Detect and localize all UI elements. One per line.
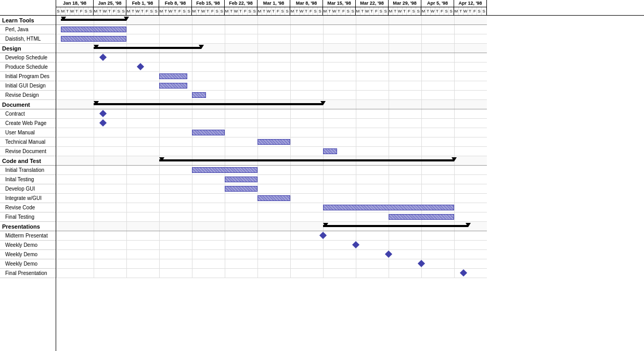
day-label: S [482, 7, 486, 15]
vertical-grid-line [94, 184, 94, 193]
vertical-grid-line [323, 128, 324, 137]
vertical-grid-line [192, 128, 192, 137]
vertical-grid-line [389, 259, 389, 268]
vertical-grid-line [323, 44, 324, 53]
vertical-grid-line [389, 203, 389, 212]
vertical-grid-line [225, 100, 225, 109]
vertical-grid-line [126, 156, 127, 165]
chart-row [56, 34, 487, 44]
vertical-grid-line [94, 100, 94, 109]
day-label: W [332, 7, 337, 15]
vertical-grid-line [356, 212, 356, 221]
vertical-grid-line [225, 81, 225, 90]
vertical-grid-line [454, 16, 455, 24]
vertical-grid-line [257, 137, 258, 146]
chart-row [56, 72, 487, 81]
vertical-grid-line [290, 81, 291, 90]
vertical-grid-line [126, 147, 127, 156]
vertical-grid-line [389, 241, 389, 249]
vertical-grid-line [225, 269, 225, 278]
vertical-grid-line [389, 44, 389, 53]
day-label: W [103, 7, 108, 15]
vertical-grid-line [225, 250, 225, 259]
vertical-grid-line [94, 212, 94, 221]
vertical-grid-line [257, 259, 258, 268]
vertical-grid-line [192, 34, 192, 43]
day-label: T [164, 7, 169, 15]
vertical-grid-line [192, 231, 192, 240]
vertical-grid-line [290, 72, 291, 81]
week-label: Mar 8, '98 [290, 0, 323, 7]
vertical-grid-line [56, 222, 57, 231]
vertical-grid-line [192, 109, 192, 118]
vertical-grid-line [323, 100, 324, 109]
task-row: Revise Code [0, 203, 56, 212]
vertical-grid-line [356, 269, 356, 278]
vertical-grid-line [389, 269, 389, 278]
vertical-grid-line [225, 16, 225, 24]
vertical-grid-line [356, 184, 356, 193]
chart-row [56, 156, 487, 166]
week-label: Mar 29, '98 [389, 0, 421, 7]
vertical-grid-line [225, 212, 225, 221]
vertical-grid-line [56, 109, 57, 118]
vertical-grid-line [225, 119, 225, 128]
vertical-grid-line [159, 44, 160, 53]
vertical-grid-line [356, 119, 356, 128]
day-label: T [360, 7, 365, 15]
vertical-grid-line [454, 212, 455, 221]
vertical-grid-line [159, 62, 160, 71]
vertical-grid-line [159, 175, 160, 184]
vertical-grid-line [56, 81, 57, 90]
day-label: S [346, 7, 351, 15]
vertical-grid-line [356, 62, 356, 71]
week-label: Jan 18, '98 [56, 0, 93, 7]
vertical-grid-line [389, 184, 389, 193]
vertical-grid-line [56, 25, 57, 34]
vertical-grid-line [421, 156, 422, 165]
vertical-grid-line [257, 81, 258, 90]
day-label: T [295, 7, 300, 15]
task-column: Learn ToolsPerl, JavaDaistish, HTMLDesig… [0, 0, 56, 351]
vertical-grid-line [421, 269, 422, 278]
vertical-grid-line [257, 241, 258, 249]
vertical-grid-line [56, 212, 57, 221]
vertical-grid-line [94, 25, 94, 34]
vertical-grid-line [389, 231, 389, 240]
chart-row [56, 147, 487, 156]
vertical-grid-line [126, 259, 127, 268]
vertical-grid-line [94, 128, 94, 137]
day-label: T [426, 7, 431, 15]
vertical-grid-line [56, 100, 57, 109]
week-group: Feb 8, '98MTWTFSS [159, 0, 192, 15]
vertical-grid-line [323, 137, 324, 146]
vertical-grid-line [356, 109, 356, 118]
vertical-grid-line [421, 25, 422, 34]
vertical-grid-line [94, 166, 94, 174]
vertical-grid-line [257, 34, 258, 43]
day-label: S [383, 7, 388, 15]
vertical-grid-line [225, 241, 225, 249]
day-label: M [192, 7, 197, 15]
day-label: M [225, 7, 229, 15]
day-label: M [257, 7, 262, 15]
vertical-grid-line [356, 156, 356, 165]
day-label: T [272, 7, 276, 15]
vertical-grid-line [225, 175, 225, 184]
chart-body [56, 16, 644, 278]
vertical-grid-line [389, 212, 389, 221]
week-group: Apr 5, '98MTWTFSS [421, 0, 454, 15]
week-label: Mar 1, '98 [257, 0, 290, 7]
task-row: Daistish, HTML [0, 34, 56, 44]
vertical-grid-line [56, 184, 57, 193]
day-label: T [370, 7, 375, 15]
day-label: T [304, 7, 309, 15]
vertical-grid-line [56, 194, 57, 203]
vertical-grid-line [126, 203, 127, 212]
vertical-grid-line [389, 34, 389, 43]
chart-row [56, 53, 487, 62]
vertical-grid-line [192, 119, 192, 128]
vertical-grid-line [454, 250, 455, 259]
week-group: Mar 8, '98MTWTFSS [290, 0, 323, 15]
vertical-grid-line [323, 147, 324, 156]
